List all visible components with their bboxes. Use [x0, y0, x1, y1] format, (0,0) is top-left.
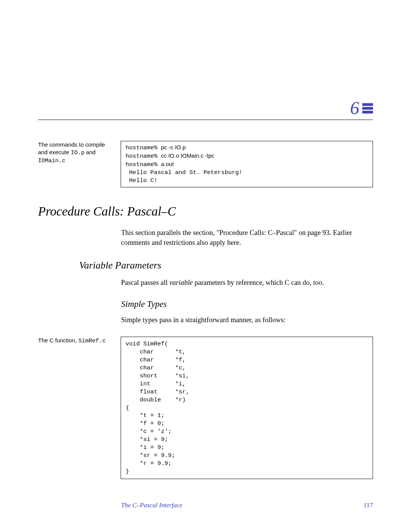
- section-heading: Procedure Calls: Pascal–C: [38, 204, 373, 219]
- side-note: The commands to compile and execute IO.p…: [38, 141, 116, 165]
- prompt: hostname%: [126, 144, 161, 151]
- prompt: hostname%: [126, 161, 161, 168]
- code-box: void SimRef( char *t, char *f, char *c, …: [121, 337, 373, 479]
- side-note-file: IO.p: [71, 150, 84, 156]
- text: Pascal passes all: [121, 279, 169, 286]
- bars-icon: [362, 103, 373, 113]
- command: pc -c IO.p: [161, 144, 186, 150]
- paragraph: Pascal passes all variable parameters by…: [121, 278, 373, 288]
- prompt: hostname%: [126, 153, 161, 160]
- paragraph: This section parallels the section, "Pro…: [121, 228, 373, 248]
- command: cc IO.o IOMain.c -lpc: [161, 152, 214, 159]
- example-block-1: The commands to compile and execute IO.p…: [38, 141, 373, 187]
- subsubsection-heading: Simple Types: [121, 299, 373, 309]
- divider: [38, 120, 373, 120]
- paragraph: Simple types pass in a straightforward m…: [121, 315, 373, 325]
- subsection-heading: Variable Parameters: [79, 260, 373, 271]
- page-number: 117: [363, 502, 373, 509]
- side-note: The C function, SimRef.c: [38, 337, 116, 345]
- output-line: Hello C!: [126, 177, 158, 184]
- chapter-number: 6: [350, 99, 359, 117]
- side-note-file: IOMain.c: [38, 158, 65, 164]
- italic-text: variable: [169, 279, 193, 286]
- side-note-file: SimRef.c: [78, 338, 106, 344]
- chapter-header: 6: [38, 99, 373, 117]
- footer-title: The C–Pascal Interface: [121, 502, 182, 509]
- side-note-text: and: [84, 149, 96, 155]
- code-box: hostname% pc -c IO.p hostname% cc IO.o I…: [121, 141, 373, 187]
- side-note-text: The C function,: [38, 337, 78, 343]
- command: a.out: [161, 161, 174, 167]
- text: parameters by reference, which C can do,…: [193, 279, 324, 286]
- example-block-2: The C function, SimRef.c void SimRef( ch…: [38, 337, 373, 479]
- page: 6 The commands to compile and execute IO…: [0, 0, 411, 532]
- page-footer: The C–Pascal Interface 117: [38, 502, 373, 509]
- output-line: Hello Pascal and St. Petersburg!: [126, 169, 242, 176]
